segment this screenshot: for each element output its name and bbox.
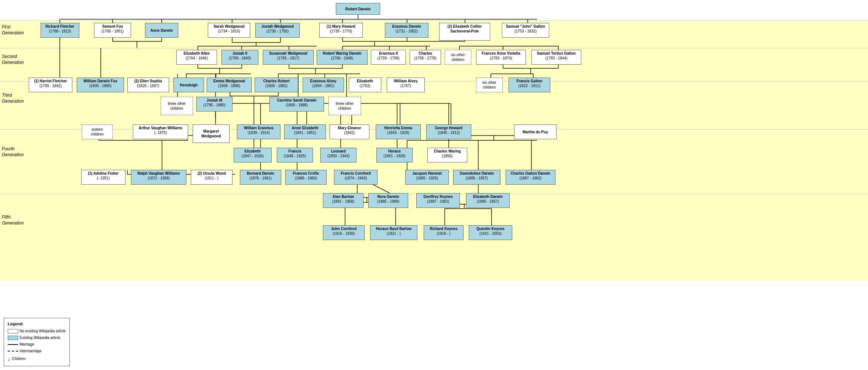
person-elizabeth-allen[interactable]: Elizabeth Allen (1764 - 1846) bbox=[176, 50, 217, 65]
person-emma-wedgwood[interactable]: Emma Wedgwood (1808 - 1896) bbox=[207, 78, 252, 92]
legend-wiki: Existing Wikipedia article bbox=[8, 335, 66, 341]
person-samuel-john-galton[interactable]: Samuel "John" Galton (1753 - 1832) bbox=[502, 23, 549, 38]
person-elizabeth-1763[interactable]: Elizabeth (1763) bbox=[349, 78, 381, 92]
legend-no-wiki: No existing Wikipedia article bbox=[8, 328, 66, 335]
person-nora-darwin[interactable]: Nora Darwin (1885 - 1989) bbox=[368, 193, 408, 208]
person-caroline-sarah-darwin[interactable]: Caroline Sarah Darwin (1800 - 1888) bbox=[269, 97, 324, 112]
person-horace[interactable]: Horace (1851 - 1928) bbox=[376, 148, 413, 162]
person-quentin-keynes[interactable]: Quentin Keynes (1921 - 2003) bbox=[469, 225, 512, 240]
person-sixteen-children: sixteenchildren bbox=[82, 124, 113, 139]
person-hensleigh[interactable]: Hensleigh bbox=[173, 78, 204, 92]
person-bernard-darwin[interactable]: Bernard Darwin (1876 - 1961) bbox=[240, 170, 281, 185]
person-josiah-iii[interactable]: Josiah III (1795 - 1880) bbox=[196, 97, 232, 112]
gen-label-fifth: FifthGeneration bbox=[2, 215, 24, 226]
person-martha-du-puy[interactable]: Martha du Puy bbox=[514, 124, 557, 139]
person-francis-1848[interactable]: Francis (1848 - 1925) bbox=[277, 148, 313, 162]
person-william-darwin-fox[interactable]: William Darwin Fox (1805 - 1880) bbox=[77, 78, 124, 92]
person-frances-crofts[interactable]: Frances Crofts (1886 - 1960) bbox=[285, 170, 327, 185]
legend-title: Legend: bbox=[8, 321, 66, 328]
person-six-other-children-2: six otherchildren bbox=[476, 78, 503, 92]
person-mary-howard[interactable]: (1) Mary Howard (1739 - 1770) bbox=[319, 23, 363, 38]
person-margaret-wedgwood[interactable]: MargaretWedgwood bbox=[193, 124, 230, 143]
person-jacques-raverat[interactable]: Jacques Raverat (1885 - 1925) bbox=[405, 170, 449, 185]
person-william-erasmus[interactable]: William Erasmus (1839 - 1914) bbox=[237, 124, 280, 139]
person-richard-keynes[interactable]: Richard Keynes (1919 - ) bbox=[424, 225, 464, 240]
person-ellen-sophia[interactable]: (2) Ellen Sophia (1820 - 1887) bbox=[127, 78, 169, 92]
person-josiah-ii[interactable]: Josiah II (1769 - 1843) bbox=[221, 50, 258, 65]
person-charles-robert[interactable]: Charles Robert (1809 - 1882) bbox=[255, 78, 298, 92]
legend-intermarriage: Intermarriage bbox=[8, 348, 66, 354]
person-susannah-wedgwood[interactable]: Susannah Wedgwood (1765 - 1817) bbox=[263, 50, 314, 65]
person-mary-eleanor[interactable]: Mary Eleanor (1842) bbox=[330, 124, 369, 139]
person-gwendoline-darwin[interactable]: Gwendoline Darwin (1885 - 1957) bbox=[453, 170, 500, 185]
person-george-howard[interactable]: George Howard (1845 - 1912) bbox=[426, 124, 471, 139]
person-arthur-vaughan-williams[interactable]: Arthur Vaughan Williams (- 1875) bbox=[133, 124, 188, 139]
person-three-other-children-2: three otherchildren bbox=[328, 97, 361, 115]
person-elizabeth-darwin[interactable]: Elizabeth Darwin (1885 - 1957) bbox=[466, 193, 510, 208]
person-leonard[interactable]: Leonard (1850 - 1943) bbox=[320, 148, 356, 162]
legend-children: ↓Children bbox=[8, 354, 66, 364]
person-erasmus-ii[interactable]: Erasmus II (1759 - 1799) bbox=[371, 50, 406, 65]
person-sarah-wedgwood[interactable]: Sarah Wedgwood (1734 - 1815) bbox=[208, 23, 250, 38]
person-six-other-children-1: six otherchildren bbox=[445, 50, 471, 65]
person-ralph-vaughan-williams[interactable]: Ralph Vaughan Williams (1872 - 1958) bbox=[131, 170, 186, 185]
person-three-other-children-1: three otherchildren bbox=[161, 97, 193, 115]
person-anne-elizabeth[interactable]: Anne Elizabeth (1841 - 1851) bbox=[284, 124, 326, 139]
legend-marriage: Marriage bbox=[8, 341, 66, 348]
person-elizabeth-collier[interactable]: (2) Elizabeth CollierSacheveral-Pole bbox=[439, 23, 490, 41]
person-charles-waring[interactable]: Charles Waring (1856) bbox=[427, 148, 467, 162]
person-josiah-wedgwood[interactable]: Josiah Wedgwood (1730 - 1795) bbox=[255, 23, 300, 38]
gen-label-second: SecondGeneration bbox=[2, 54, 24, 65]
person-erasmus-darwin[interactable]: Erasmus Darwin (1731 - 1802) bbox=[385, 23, 428, 38]
family-tree-page: FirstGeneration SecondGeneration ThirdGe… bbox=[0, 0, 868, 370]
gen-label-third: ThirdGeneration bbox=[2, 93, 24, 104]
person-elizabeth-1847[interactable]: Elizabeth (1847 - 1926) bbox=[234, 148, 272, 162]
person-geoffrey-keynes[interactable]: Geoffrey Keynes (1887 - 1982) bbox=[416, 193, 460, 208]
person-henrietta-emma[interactable]: Henrietta Emma (1843 - 1929) bbox=[376, 124, 421, 139]
person-alan-barlow[interactable]: Alan Barlow (1881 - 1968) bbox=[323, 193, 364, 208]
person-samuel-fox[interactable]: Samuel Fox (1765 - 1851) bbox=[94, 23, 131, 38]
person-samuel-tertius-galton[interactable]: Samuel Tertius Galton (1783 - 1844) bbox=[531, 50, 581, 65]
person-harriet-fletcher[interactable]: (1) Harriet Fletcher (1799 - 1842) bbox=[29, 78, 72, 92]
gen-label-first: FirstGeneration bbox=[2, 24, 24, 36]
person-robert-darwin[interactable]: Robert Darwin bbox=[336, 3, 380, 15]
person-robert-waring-darwin[interactable]: Robert Waring Darwin (1766 - 1848) bbox=[317, 50, 368, 65]
person-charles-1758[interactable]: Charles (1758 - 1778) bbox=[410, 50, 441, 65]
person-ursula-wood[interactable]: (2) Ursula Wood (1911 - ) bbox=[191, 170, 232, 185]
person-erasmus-alvey[interactable]: Erasmus Alvey (1804 - 1881) bbox=[303, 78, 344, 92]
person-anne-darwin[interactable]: Anne Darwin bbox=[145, 23, 178, 38]
person-richard-fletcher[interactable]: Richard Fletcher (1768 - 1813) bbox=[41, 23, 79, 38]
person-francis-cornford[interactable]: Francis Cornford (1874 - 1943) bbox=[334, 170, 378, 185]
legend: Legend: No existing Wikipedia article Ex… bbox=[4, 318, 70, 366]
person-frances-anne-violetta[interactable]: Frances Anne Violetta (1783 - 1874) bbox=[476, 50, 526, 65]
person-john-cornford[interactable]: John Cornford (1915 - 1936) bbox=[323, 225, 365, 240]
person-william-alvey[interactable]: William Alvey (1767) bbox=[387, 78, 425, 92]
person-adeline-fisher[interactable]: (1) Adeline Fisher (- 1951) bbox=[81, 170, 125, 185]
person-horace-basil-barlow[interactable]: Horace Basil Barlow (1921 - ) bbox=[370, 225, 417, 240]
gen-label-fourth: FourthGeneration bbox=[2, 146, 24, 158]
person-charles-galton-darwin[interactable]: Charles Galton Darwin (1887 - 1962) bbox=[506, 170, 555, 185]
person-francis-galton[interactable]: Francis Galton (1822 - 1911) bbox=[509, 78, 550, 92]
